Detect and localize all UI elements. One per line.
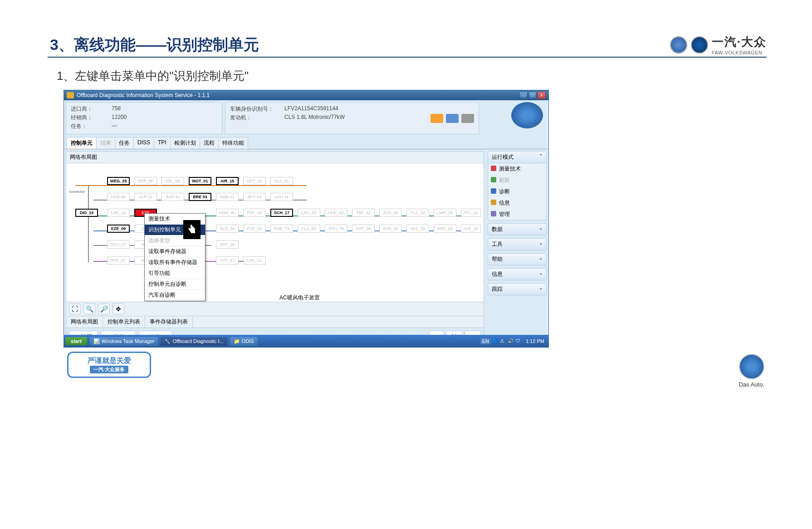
window-title-bar[interactable]: Offboard Diagnostic Information System S… (64, 90, 548, 100)
node[interactable]: WEG_25 (107, 177, 130, 185)
side-data[interactable]: 数据⌄ (488, 224, 546, 235)
node[interactable]: MOT_01 (189, 177, 211, 185)
node[interactable]: AIR_15 (216, 177, 239, 185)
node[interactable]: SCU_47 (107, 240, 130, 249)
node[interactable]: BAR 61 (161, 193, 184, 201)
network-diagram[interactable]: connector WEG_25 SRR_8F SRL_8E MOT_01 AI… (66, 163, 484, 302)
node[interactable]: LGK_1C (243, 256, 266, 264)
side-manage[interactable]: 管理 (488, 209, 546, 220)
node-did19[interactable]: DID_19 (75, 209, 98, 217)
diagram-toolbar: ⛶ 🔍 🔎 ✥ (66, 302, 484, 316)
side-refresh[interactable]: 刷新 (488, 175, 546, 186)
node[interactable]: RFK_6C (107, 256, 130, 264)
node[interactable]: EZE_09 (107, 225, 130, 233)
node[interactable]: ZUS_05 (379, 209, 402, 217)
taskbar-clock[interactable]: 1:12 PM (523, 338, 547, 344)
taskbar-item[interactable]: 📊 Windows Task Manager (90, 337, 158, 346)
node[interactable]: SRL_8E (161, 177, 184, 185)
node[interactable]: FLA_2D (298, 225, 320, 233)
tab-task[interactable]: 任务 (115, 137, 134, 149)
node[interactable]: SOF_3D (434, 225, 456, 233)
node[interactable]: TFA_42 (461, 209, 481, 217)
tab-diss[interactable]: DISS (133, 137, 154, 149)
node[interactable]: SRR_8F (134, 177, 157, 185)
node[interactable]: HDE_6D (325, 209, 347, 217)
dasauto-text: Das Auto. (739, 381, 764, 388)
node[interactable]: SFZ_30 (406, 225, 429, 233)
node[interactable]: HOB 8D (107, 193, 130, 201)
side-trace[interactable]: 跟踪⌄ (488, 284, 546, 295)
brand-logo-group: 一汽·大众 FAW-VOLKSWAGEN (670, 34, 767, 55)
tool-fit-icon[interactable]: ⛶ (69, 304, 81, 314)
windows-taskbar[interactable]: start 📊 Windows Task Manager 🔧 Offboard … (64, 335, 549, 348)
node[interactable]: BFS 53 (243, 193, 266, 201)
node[interactable]: FFF_A5 (243, 209, 266, 217)
side-tools[interactable]: 工具⌄ (488, 239, 546, 250)
side-info[interactable]: 信息 (488, 197, 546, 209)
tab-control-unit[interactable]: 控制单元 (67, 137, 97, 149)
side-help[interactable]: 帮助⌄ (488, 254, 546, 265)
node[interactable]: HDM_9C (216, 209, 239, 217)
node[interactable]: LSV_2D (298, 209, 320, 217)
node[interactable]: ESB_73 (270, 225, 293, 233)
node[interactable]: TBF_52 (352, 209, 375, 217)
side-diag[interactable]: 诊断 (488, 186, 546, 197)
node[interactable]: GET_02 (243, 177, 266, 185)
brand-en: FAW-VOLKSWAGEN (712, 50, 767, 55)
tool-zoom-in-icon[interactable]: 🔍 (83, 304, 95, 314)
dealer-label: 经销商： (71, 114, 112, 122)
tool-pan-icon[interactable]: ✥ (113, 304, 124, 314)
node[interactable]: ELD_26 (216, 225, 239, 233)
node[interactable]: EFH_76 (325, 225, 347, 233)
node[interactable]: ZST_10 (216, 240, 239, 249)
side-run-mode[interactable]: 运行模式⌃ (488, 152, 546, 163)
side-measure[interactable]: 测量技术 (488, 163, 546, 175)
node[interactable]: ELA_51 (270, 177, 293, 185)
ctx-read-events[interactable]: 读取事件存储器 (145, 246, 205, 257)
taskbar-item[interactable]: 🔧 Offboard Diagnostic I... (161, 337, 227, 346)
vw-badge-icon (511, 102, 543, 128)
maximize-button[interactable]: □ (528, 92, 537, 99)
tray-icon[interactable]: 🛡 (515, 338, 522, 344)
tab-tpi[interactable]: TPI (154, 137, 171, 149)
close-button[interactable]: × (538, 92, 546, 99)
node[interactable]: LRE_18 (107, 209, 130, 217)
node[interactable]: ALR 22 (134, 193, 157, 201)
chevron-down-icon: ⌄ (539, 240, 543, 248)
ctx-guided[interactable]: 引导功能 (145, 268, 205, 279)
node[interactable]: TVT_57 (216, 256, 239, 264)
ctx-read-all-events[interactable]: 读取所有事件存储器 (145, 257, 205, 268)
node[interactable]: LKH 44 (270, 193, 293, 201)
tab-result[interactable]: 结果 (96, 137, 115, 149)
chevron-down-icon: ⌄ (539, 225, 543, 233)
node[interactable]: SVB_06 (379, 225, 402, 233)
node[interactable]: ESF_63 (243, 225, 266, 233)
node[interactable]: SCH_17 (270, 209, 293, 217)
subtab-network[interactable]: 网络布局图 (66, 316, 103, 328)
ctx-car-selfdiag[interactable]: 汽车自诊断 (145, 290, 205, 301)
minimize-button[interactable]: – (519, 92, 528, 99)
lang-indicator[interactable]: EN (480, 338, 491, 344)
taskbar-item[interactable]: 📁 ODIS (230, 337, 258, 346)
sub-tabs: 网络布局图 控制单元列表 事件存储器列表 (66, 316, 484, 328)
window-title: Offboard Diagnostic Information System S… (77, 92, 210, 98)
tool-zoom-out-icon[interactable]: 🔎 (98, 304, 110, 314)
tray-icon[interactable]: ⚠ (500, 338, 506, 344)
tab-flow[interactable]: 流程 (200, 137, 219, 149)
node[interactable]: M2B 11 (216, 193, 239, 201)
side-info-section[interactable]: 信息⌄ (488, 269, 546, 280)
subtab-cu-list[interactable]: 控制单元列表 (103, 316, 145, 328)
node[interactable]: LWR_55 (434, 209, 456, 217)
tab-test-plan[interactable]: 检测计划 (170, 137, 200, 149)
node[interactable]: AHF_69 (461, 225, 481, 233)
node[interactable]: FLA_16 (406, 209, 429, 217)
start-button[interactable]: start (65, 337, 87, 345)
node[interactable]: SVF_36 (352, 225, 375, 233)
tray-icon[interactable]: 🔵 (492, 338, 499, 344)
tray-icon[interactable]: 🔊 (508, 338, 514, 344)
ctx-cu-selfdiag[interactable]: 控制单元自诊断 (145, 279, 205, 290)
node[interactable]: BRE 03 (189, 193, 211, 201)
subtab-event-list[interactable]: 事件存储器列表 (145, 316, 193, 328)
system-tray[interactable]: EN 🔵 ⚠ 🔊 🛡 1:12 PM (480, 338, 547, 344)
tab-special[interactable]: 特殊功能 (218, 137, 248, 149)
